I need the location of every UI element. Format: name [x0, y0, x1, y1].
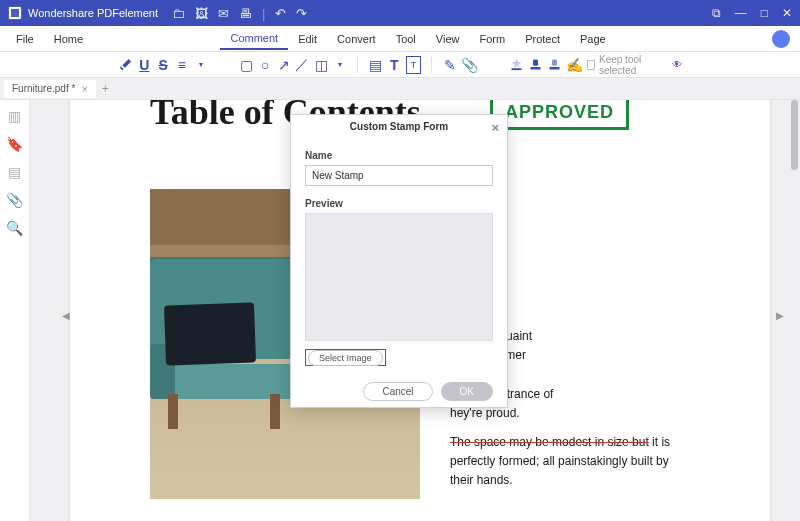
menu-home[interactable]: Home [44, 29, 93, 49]
svg-rect-2 [530, 67, 540, 70]
minimize-icon[interactable]: ― [735, 6, 747, 20]
menu-view[interactable]: View [426, 29, 470, 49]
tab-label: Furniture.pdf * [12, 83, 75, 94]
redo-icon[interactable]: ↷ [296, 6, 307, 21]
dialog-close-icon[interactable]: × [491, 120, 499, 135]
menu-form[interactable]: Form [469, 29, 515, 49]
attachment-icon[interactable]: 📎 [461, 56, 478, 74]
attachments-icon[interactable]: 📎 [6, 192, 23, 208]
side-panel: ▥ 🔖 ▤ 📎 🔍 [0, 100, 30, 521]
prev-page-icon[interactable]: ◀ [62, 310, 72, 320]
dialog-footer: Cancel OK [291, 372, 507, 411]
list-icon[interactable]: ≡ [174, 56, 189, 74]
window-controls: ⧉ ― □ ✕ [712, 6, 792, 20]
quick-access-toolbar: 🗀 🖼 ✉ 🖶 | ↶ ↷ [172, 6, 307, 21]
line-icon[interactable]: ／ [295, 56, 310, 74]
document-tabbar: Furniture.pdf * × + [0, 78, 800, 100]
stamp-name-input[interactable] [305, 165, 493, 186]
undo-icon[interactable]: ↶ [275, 6, 286, 21]
image-icon[interactable]: 🖼 [195, 6, 208, 21]
custom-stamp-dialog: Custom Stamp Form × Name Preview Select … [290, 114, 508, 408]
stamp1-icon[interactable] [509, 56, 524, 74]
menubar: File Home Comment Edit Convert Tool View… [0, 26, 800, 52]
ok-button[interactable]: OK [441, 382, 493, 401]
tab-close-icon[interactable]: × [81, 83, 87, 95]
search-icon[interactable]: 🔍 [6, 220, 23, 236]
comment-toolbar: U S ≡ ▾ ▢ ○ ↗ ／ ◫ ▾ ▤ T T ✎ 📎 ✍ Keep too… [0, 52, 800, 78]
user-avatar-icon[interactable] [772, 30, 790, 48]
menu-tool[interactable]: Tool [386, 29, 426, 49]
pencil-icon[interactable]: ✎ [442, 56, 457, 74]
bookmarks-icon[interactable]: 🔖 [6, 136, 23, 152]
underline-icon[interactable]: U [137, 56, 152, 74]
strikethrough-text: The space may be modest in size but [450, 435, 649, 449]
menu-comment[interactable]: Comment [220, 28, 288, 50]
strikethrough-icon[interactable]: S [156, 56, 171, 74]
cancel-button[interactable]: Cancel [363, 382, 432, 401]
svg-rect-4 [549, 67, 559, 70]
next-page-icon[interactable]: ▶ [776, 310, 786, 320]
dropdown2-icon[interactable]: ▾ [333, 56, 348, 74]
arrow-icon[interactable]: ↗ [276, 56, 291, 74]
svg-rect-1 [533, 60, 538, 66]
svg-rect-3 [552, 60, 557, 66]
crop-icon[interactable]: ◫ [314, 56, 329, 74]
preview-area [305, 213, 493, 341]
dialog-title: Custom Stamp Form [350, 121, 448, 132]
menu-page[interactable]: Page [570, 29, 616, 49]
print-icon[interactable]: 🖶 [239, 6, 252, 21]
qat-sep: | [262, 6, 265, 21]
maximize-icon[interactable]: □ [761, 6, 768, 20]
svg-rect-0 [511, 68, 521, 70]
select-image-button[interactable]: Select Image [308, 350, 383, 366]
select-image-highlight: Select Image [305, 349, 386, 366]
name-label: Name [305, 150, 493, 161]
menu-convert[interactable]: Convert [327, 29, 386, 49]
circle-icon[interactable]: ○ [258, 56, 273, 74]
keep-tool[interactable]: Keep tool selected 👁 [587, 54, 682, 76]
signature-icon[interactable]: ✍ [566, 56, 583, 74]
rectangle-icon[interactable]: ▢ [239, 56, 254, 74]
mail-icon[interactable]: ✉ [218, 6, 229, 21]
highlighter-icon[interactable] [118, 56, 133, 74]
text-icon[interactable]: T [387, 56, 402, 74]
menu-protect[interactable]: Protect [515, 29, 570, 49]
comments-icon[interactable]: ▤ [8, 164, 21, 180]
open-icon[interactable]: 🗀 [172, 6, 185, 21]
document-tab[interactable]: Furniture.pdf * × [4, 80, 96, 98]
menu-file[interactable]: File [6, 29, 44, 49]
menu-edit[interactable]: Edit [288, 29, 327, 49]
note-icon[interactable]: ▤ [368, 56, 383, 74]
checkbox-icon[interactable] [587, 60, 595, 70]
stamp2-icon[interactable] [528, 56, 543, 74]
approved-stamp[interactable]: APPROVED [490, 100, 629, 130]
eye-icon[interactable]: 👁 [672, 59, 682, 70]
dropdown-icon[interactable]: ▾ [193, 56, 208, 74]
feedback-icon[interactable]: ⧉ [712, 6, 721, 20]
thumbnails-icon[interactable]: ▥ [8, 108, 21, 124]
dialog-header: Custom Stamp Form × [291, 115, 507, 138]
scrollbar[interactable] [791, 100, 798, 170]
stamp3-icon[interactable] [547, 56, 562, 74]
app-title: Wondershare PDFelement [28, 7, 158, 19]
preview-label: Preview [305, 198, 493, 209]
new-tab-icon[interactable]: + [102, 82, 109, 96]
app-logo-icon [8, 6, 22, 20]
window-close-icon[interactable]: ✕ [782, 6, 792, 20]
textbox-icon[interactable]: T [406, 56, 422, 74]
titlebar: Wondershare PDFelement 🗀 🖼 ✉ 🖶 | ↶ ↷ ⧉ ―… [0, 0, 800, 26]
